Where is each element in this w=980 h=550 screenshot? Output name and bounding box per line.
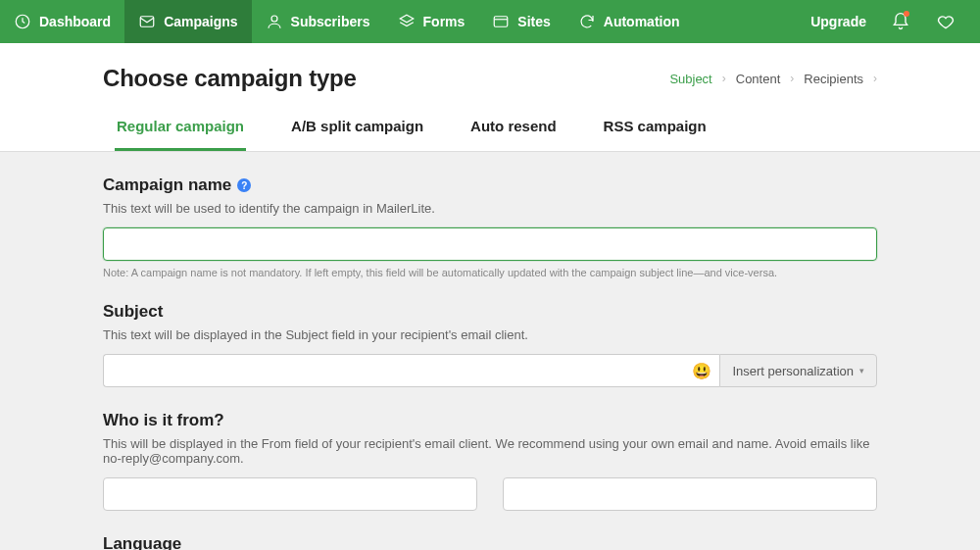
campaign-name-desc: This text will be used to identify the c… [103,201,877,216]
favorites-button[interactable] [935,11,956,32]
nav-item-dashboard[interactable]: Dashboard [0,0,124,43]
tab-ab-split[interactable]: A/B split campaign [289,118,425,151]
refresh-icon [578,13,596,30]
breadcrumb: Subject › Content › Recipients › [669,72,877,86]
nav-label: Subscribers [291,14,370,29]
upgrade-link[interactable]: Upgrade [810,14,866,29]
tab-regular[interactable]: Regular campaign [115,118,246,151]
svg-rect-3 [495,17,509,27]
user-icon [266,13,283,30]
caret-down-icon: ▾ [859,366,864,375]
tab-auto-resend[interactable]: Auto resend [468,118,559,151]
breadcrumb-step-recipients[interactable]: Recipients [804,72,863,86]
tab-rss[interactable]: RSS campaign [602,118,709,151]
form-body: Campaign name ? This text will be used t… [0,152,980,550]
page-title: Choose campaign type [103,65,357,92]
subject-desc: This text will be displayed in the Subje… [103,327,877,342]
nav-item-sites[interactable]: Sites [478,0,564,43]
nav-item-automation[interactable]: Automation [564,0,694,43]
section-from: Who is it from? This will be displayed i… [103,411,877,511]
emoji-picker-button[interactable]: 😃 [692,362,711,380]
subject-input[interactable] [103,354,719,387]
section-language: Language The language you choose will be… [103,534,877,550]
nav-label: Dashboard [39,14,111,29]
section-campaign-name: Campaign name ? This text will be used t… [103,175,877,278]
top-nav: Dashboard Campaigns Subscribers Forms Si… [0,0,980,43]
nav-label: Sites [517,14,550,29]
insert-personalization-button[interactable]: Insert personalization ▾ [719,354,877,387]
nav-item-subscribers[interactable]: Subscribers [252,0,384,43]
notification-dot-icon [904,11,909,17]
from-name-input[interactable] [103,477,477,511]
clock-icon [14,13,31,30]
help-icon[interactable]: ? [237,178,251,192]
breadcrumb-step-subject[interactable]: Subject [669,72,711,86]
campaign-name-input[interactable] [103,227,877,261]
breadcrumb-step-content[interactable]: Content [736,72,781,86]
nav-label: Automation [604,14,680,29]
nav-right: Upgrade [810,0,964,43]
campaign-type-tabs: Regular campaign A/B split campaign Auto… [103,118,877,151]
nav-label: Campaigns [164,14,237,29]
campaign-name-title: Campaign name ? [103,175,877,195]
nav-label: Forms [423,14,466,29]
subject-title: Subject [103,302,877,322]
campaign-name-note: Note: A campaign name is not mandatory. … [103,267,877,278]
from-title: Who is it from? [103,411,877,430]
svg-rect-1 [140,17,154,27]
nav-item-forms[interactable]: Forms [384,0,479,43]
personalize-label: Insert personalization [732,364,854,378]
chevron-right-icon: › [873,72,877,85]
browser-icon [492,13,510,30]
chevron-right-icon: › [790,72,794,85]
chevron-right-icon: › [722,72,726,85]
notifications-button[interactable] [890,11,911,32]
from-desc: This will be displayed in the From field… [103,436,877,466]
svg-point-2 [271,16,277,22]
language-title: Language [103,534,877,550]
section-subject: Subject This text will be displayed in t… [103,302,877,387]
section-title-text: Campaign name [103,175,231,195]
mail-icon [138,13,156,30]
page-header: Choose campaign type Subject › Content ›… [0,43,980,152]
layers-icon [398,13,416,30]
nav-item-campaigns[interactable]: Campaigns [124,0,251,43]
from-email-input[interactable] [503,477,877,511]
